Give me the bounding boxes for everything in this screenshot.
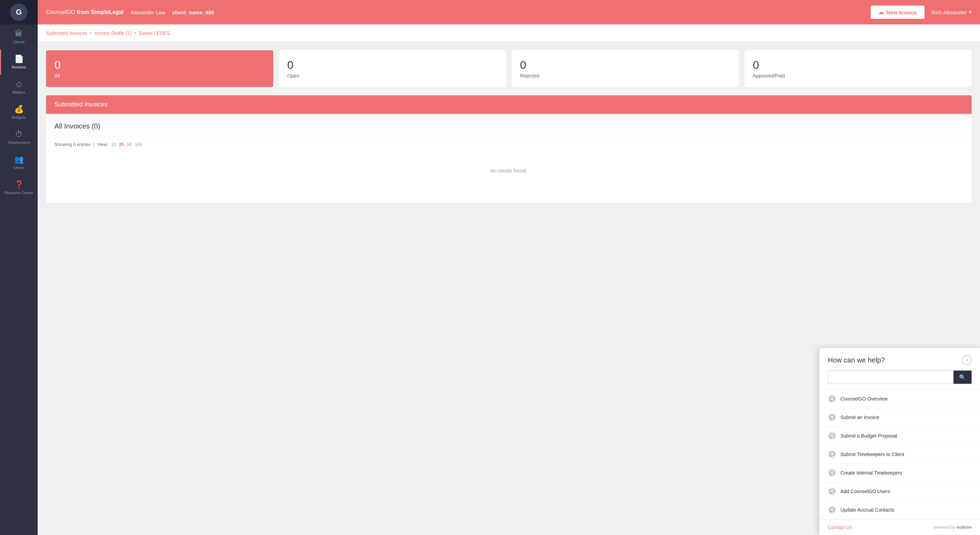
- stat-count-approved: 0: [753, 59, 963, 72]
- help-footer: Contact Us powered by walkme: [819, 519, 980, 535]
- cloud-upload-icon: ☁: [878, 9, 884, 15]
- view-options: 10 25 50 100: [111, 142, 142, 147]
- view-10[interactable]: 10: [111, 142, 116, 147]
- sidebar-item-resource-center[interactable]: ❓ Resource Center: [0, 175, 38, 200]
- view-label: View:: [97, 142, 108, 147]
- tab-saved-ledes[interactable]: Saved LEDES: [138, 30, 170, 36]
- help-search-input[interactable]: [828, 371, 953, 384]
- stat-label-open: Open: [287, 73, 498, 78]
- stat-card-approved[interactable]: 0 Approved/Paid: [745, 50, 972, 87]
- help-item-icon-2: 💬: [828, 432, 836, 440]
- help-item-label-0: CounselGO Overview: [840, 396, 888, 402]
- matters-icon: ◇: [16, 80, 22, 88]
- contact-us-link[interactable]: Contact Us: [828, 524, 852, 530]
- stat-card-rejected[interactable]: 0 Rejected: [512, 50, 739, 87]
- logo-letter: G: [16, 8, 22, 17]
- tab-invoice-drafts[interactable]: Invoice Drafts (1): [95, 30, 132, 36]
- table-section-title: Submitted Invoices: [54, 101, 108, 108]
- stat-card-all[interactable]: 0 All: [46, 50, 273, 87]
- invoices-icon: 📄: [14, 55, 24, 63]
- table-footer: Showing 0 entries | View: 10 25 50 100: [54, 142, 963, 147]
- no-results-text: No results found.: [54, 147, 963, 195]
- sidebar-item-timekeepers[interactable]: ⏱ Timekeepers: [0, 125, 38, 150]
- sidebar-label-resource-center: Resource Center: [4, 191, 33, 195]
- sidebar-item-users[interactable]: 👥 Users: [0, 150, 38, 175]
- help-items-list: 💬 CounselGO Overview 💬 Submit an Invoice…: [819, 390, 980, 519]
- budgets-icon: 💰: [14, 105, 24, 113]
- tab-submitted-invoices[interactable]: Submitted Invoices: [46, 30, 87, 36]
- help-item-icon-6: 💬: [828, 506, 836, 514]
- close-icon: ×: [965, 357, 968, 363]
- stat-label-rejected: Rejected: [520, 73, 730, 78]
- sidebar-item-matters[interactable]: ◇ Matters: [0, 75, 38, 100]
- client-name: Alexander Law: [130, 10, 165, 15]
- chevron-down-icon: ▾: [969, 9, 972, 15]
- nav-tabs: Submitted Invoices • Invoice Drafts (1) …: [38, 24, 980, 42]
- search-icon: 🔍: [959, 374, 966, 380]
- client-id: client_name_485: [172, 10, 214, 15]
- user-menu[interactable]: Rich Alexander ▾: [931, 9, 972, 15]
- topbar: CounselGO from SimpleLegal Alexander Law…: [38, 0, 980, 24]
- view-50[interactable]: 50: [127, 142, 132, 147]
- help-item-submit-invoice[interactable]: 💬 Submit an Invoice: [819, 408, 980, 427]
- invoices-heading: All Invoices (0): [54, 122, 963, 130]
- help-item-update-accrual[interactable]: 💬 Update Accrual Contacts: [819, 501, 980, 519]
- stat-label-approved: Approved/Paid: [753, 73, 963, 78]
- help-item-icon-5: 💬: [828, 487, 836, 495]
- sidebar-item-invoices[interactable]: 📄 Invoices: [0, 50, 38, 75]
- help-item-label-2: Submit a Budget Proposal: [840, 433, 897, 439]
- stat-count-all: 0: [54, 59, 265, 72]
- help-panel-header: How can we help? ×: [819, 348, 980, 365]
- help-search-row: 🔍: [819, 365, 980, 390]
- stat-label-all: All: [54, 73, 265, 78]
- help-item-label-3: Submit Timekeepers to Client: [840, 452, 904, 457]
- help-item-submit-budget[interactable]: 💬 Submit a Budget Proposal: [819, 427, 980, 445]
- timekeepers-icon: ⏱: [15, 131, 23, 138]
- help-item-label-5: Add CounselGO Users: [840, 489, 890, 494]
- help-search-button[interactable]: 🔍: [953, 371, 972, 384]
- sidebar-logo[interactable]: G: [0, 0, 38, 24]
- view-25[interactable]: 25: [119, 142, 124, 147]
- nav-dot-1: •: [90, 31, 91, 36]
- help-item-label-1: Submit an Invoice: [840, 415, 879, 420]
- sidebar-label-clients: Clients: [13, 40, 25, 44]
- help-item-create-timekeepers[interactable]: 💬 Create Internal Timekeepers: [819, 464, 980, 482]
- brand-name: CounselGO from SimpleLegal: [46, 9, 124, 15]
- stat-card-open[interactable]: 0 Open: [279, 50, 506, 87]
- stat-count-open: 0: [287, 59, 498, 72]
- help-item-icon-1: 💬: [828, 413, 836, 422]
- sidebar: G 🏛 Clients 📄 Invoices ◇ Matters 💰 Budge…: [0, 0, 38, 535]
- powered-by: powered by walkme: [934, 525, 972, 530]
- users-icon: 👥: [14, 156, 24, 163]
- table-divider: [54, 136, 963, 136]
- help-close-button[interactable]: ×: [962, 355, 972, 365]
- help-item-icon-4: 💬: [828, 469, 836, 477]
- new-invoice-button[interactable]: ☁ New Invoice: [871, 6, 924, 19]
- stat-count-rejected: 0: [520, 59, 730, 72]
- sidebar-label-matters: Matters: [13, 90, 25, 94]
- nav-dot-2: •: [134, 31, 136, 36]
- logo-circle: G: [10, 3, 27, 21]
- table-header: Submitted Invoices: [46, 95, 972, 114]
- view-100[interactable]: 100: [135, 142, 142, 147]
- sidebar-label-invoices: Invoices: [12, 65, 26, 69]
- resource-center-icon: ❓: [14, 181, 24, 188]
- invoices-table-section: Submitted Invoices All Invoices (0) Show…: [46, 95, 972, 203]
- sidebar-label-timekeepers: Timekeepers: [8, 141, 30, 145]
- help-item-icon-3: 💬: [828, 450, 836, 458]
- view-pipe: |: [93, 142, 94, 147]
- sidebar-label-budgets: Budgets: [12, 115, 26, 120]
- help-item-add-users[interactable]: 💬 Add CounselGO Users: [819, 482, 980, 501]
- stats-row: 0 All 0 Open 0 Rejected 0 Approved/Paid: [46, 50, 972, 87]
- help-item-icon-0: 💬: [828, 394, 836, 403]
- help-item-counselgo-overview[interactable]: 💬 CounselGO Overview: [819, 390, 980, 408]
- help-item-label-4: Create Internal Timekeepers: [840, 470, 902, 476]
- sidebar-item-clients[interactable]: 🏛 Clients: [0, 24, 38, 50]
- help-panel: How can we help? × 🔍 💬 CounselGO Overvie…: [819, 348, 980, 535]
- sidebar-label-users: Users: [14, 166, 24, 170]
- help-title: How can we help?: [828, 356, 885, 364]
- sidebar-item-budgets[interactable]: 💰 Budgets: [0, 100, 38, 125]
- table-body: All Invoices (0) Showing 0 entries | Vie…: [46, 114, 972, 203]
- help-item-submit-timekeepers[interactable]: 💬 Submit Timekeepers to Client: [819, 445, 980, 464]
- showing-entries: Showing 0 entries: [54, 142, 91, 147]
